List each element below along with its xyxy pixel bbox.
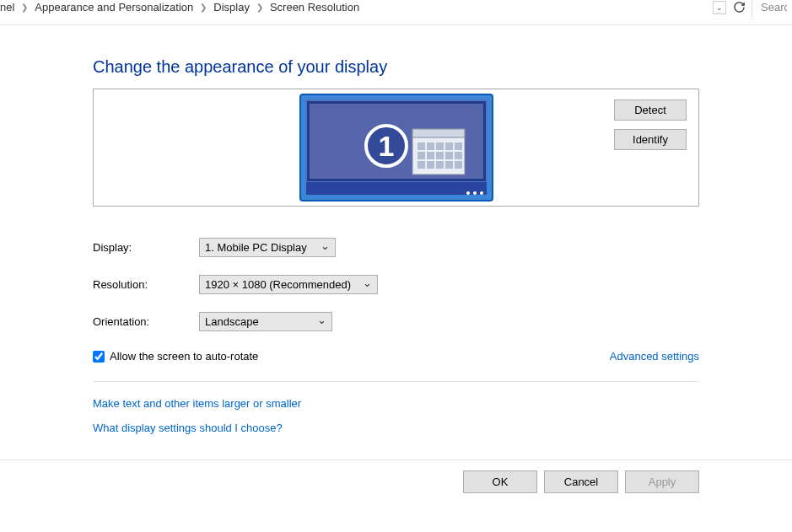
svg-rect-10 — [455, 142, 462, 150]
svg-rect-6 — [418, 142, 425, 150]
address-bar-controls: ⌄ Searc — [713, 0, 787, 18]
svg-rect-21 — [306, 182, 487, 195]
svg-point-24 — [480, 191, 483, 195]
svg-rect-19 — [445, 161, 453, 169]
svg-rect-7 — [427, 142, 434, 150]
identify-button[interactable]: Identify — [614, 129, 687, 150]
chevron-right-icon: ❯ — [21, 3, 28, 12]
breadcrumb-item[interactable]: nel — [0, 1, 14, 13]
advanced-settings-link[interactable]: Advanced settings — [610, 350, 699, 363]
history-dropdown-button[interactable]: ⌄ — [713, 1, 726, 14]
breadcrumb: nel ❯ Appearance and Personalization ❯ D… — [0, 1, 708, 13]
breadcrumb-item[interactable]: Screen Resolution — [270, 1, 359, 13]
chevron-right-icon: ❯ — [200, 3, 207, 12]
svg-rect-11 — [418, 152, 425, 159]
svg-rect-17 — [427, 161, 434, 169]
text-scaling-link[interactable]: Make text and other items larger or smal… — [93, 397, 699, 410]
breadcrumb-item[interactable]: Appearance and Personalization — [35, 1, 193, 13]
resolution-select[interactable]: 1920 × 1080 (Recommended) — [199, 275, 378, 294]
orientation-select[interactable]: Landscape — [199, 312, 332, 331]
svg-rect-12 — [427, 152, 434, 159]
address-bar: nel ❯ Appearance and Personalization ❯ D… — [0, 0, 792, 25]
svg-rect-16 — [418, 161, 425, 169]
svg-rect-15 — [455, 152, 462, 159]
monitor-icon[interactable]: 1 — [299, 94, 493, 202]
auto-rotate-checkbox[interactable] — [93, 351, 105, 363]
svg-rect-14 — [445, 152, 453, 159]
display-label: Display: — [93, 241, 199, 254]
display-help-link[interactable]: What display settings should I choose? — [93, 422, 699, 434]
resolution-label: Resolution: — [93, 278, 199, 291]
svg-rect-8 — [436, 142, 444, 150]
chevron-right-icon: ❯ — [256, 3, 263, 12]
svg-point-22 — [466, 191, 470, 195]
monitor-number: 1 — [378, 130, 394, 162]
detect-button[interactable]: Detect — [614, 99, 687, 121]
svg-rect-5 — [412, 129, 465, 137]
dialog-footer: OK Cancel Apply — [0, 459, 792, 493]
display-preview-panel: Detect Identify 1 — [93, 89, 699, 207]
display-select[interactable]: 1. Mobile PC Display — [199, 238, 336, 257]
page-title: Change the appearance of your display — [93, 57, 699, 77]
main-content: Change the appearance of your display De… — [0, 25, 792, 434]
svg-rect-18 — [436, 161, 444, 169]
search-input[interactable]: Searc — [752, 0, 787, 18]
orientation-label: Orientation: — [93, 315, 199, 328]
ok-button[interactable]: OK — [463, 470, 537, 493]
svg-rect-20 — [455, 161, 462, 169]
apply-button[interactable]: Apply — [625, 470, 699, 493]
svg-rect-13 — [436, 152, 444, 159]
svg-rect-9 — [445, 142, 453, 150]
cancel-button[interactable]: Cancel — [544, 470, 618, 493]
breadcrumb-item[interactable]: Display — [213, 1, 250, 13]
refresh-icon[interactable] — [731, 0, 746, 15]
auto-rotate-label: Allow the screen to auto-rotate — [110, 350, 258, 363]
svg-point-23 — [473, 191, 477, 195]
